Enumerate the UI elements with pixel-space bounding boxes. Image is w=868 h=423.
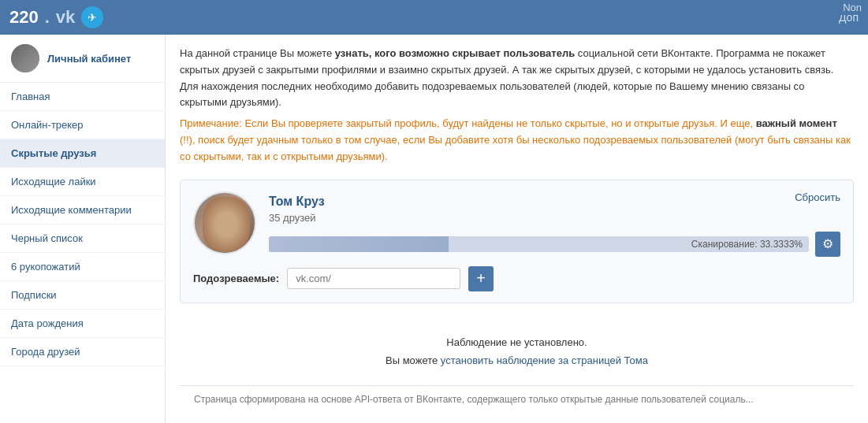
gear-button[interactable]: ⚙ <box>815 232 840 257</box>
profile-card: Сбросить Том Круз 35 друзей Сканирование… <box>180 180 854 303</box>
logo-dot: . <box>45 7 50 28</box>
non-button[interactable]: Non <box>836 0 868 15</box>
sidebar-username: Личный кабинет <box>47 53 131 65</box>
logo-220: 220 <box>9 7 39 28</box>
add-suspect-button[interactable]: + <box>468 266 494 291</box>
sidebar-item-hidden-friends[interactable]: Скрытые друзья <box>0 139 165 168</box>
progress-bar-fill <box>269 236 449 252</box>
sidebar-menu: Главная Онлайн-трекер Скрытые друзья Исх… <box>0 83 165 366</box>
sidebar-item-subscriptions[interactable]: Подписки <box>0 281 165 310</box>
logo-vk: vk <box>56 7 75 28</box>
profile-photo <box>193 191 256 254</box>
avatar <box>11 44 39 72</box>
sidebar-user[interactable]: Личный кабинет <box>0 35 165 83</box>
sidebar-item-blacklist[interactable]: Черный список <box>0 224 165 253</box>
sidebar: Личный кабинет Главная Онлайн-трекер Скр… <box>0 35 166 423</box>
reset-link[interactable]: Сбросить <box>795 191 840 203</box>
observation-link[interactable]: установить наблюдение за страницей Тома <box>441 354 648 366</box>
info-text-1: На данной странице Вы можете <box>180 47 335 59</box>
info-note-bold: важный момент <box>756 117 837 129</box>
info-bold-1: узнать, кого возможно скрывает пользоват… <box>335 47 575 59</box>
progress-bar: Сканирование: 33.3333% <box>269 236 809 252</box>
sidebar-item-birthday[interactable]: Дата рождения <box>0 310 165 338</box>
info-note-text: Если Вы проверяете закрытый профиль, буд… <box>242 117 756 129</box>
main-content: На данной странице Вы можете узнать, ког… <box>166 35 868 423</box>
info-block: На данной странице Вы можете узнать, ког… <box>180 46 854 165</box>
profile-photo-inner <box>195 193 255 253</box>
header: 220.vk ✈ Доп <box>0 0 868 35</box>
profile-name: Том Круз <box>269 195 840 209</box>
logo-area: 220.vk ✈ <box>9 6 103 28</box>
suspects-label: Подозреваемые: <box>193 273 279 284</box>
observation-block: Наблюдение не установлено. Вы можете уст… <box>180 317 854 386</box>
observation-line2: Вы можете установить наблюдение за стран… <box>188 351 846 369</box>
sidebar-item-outgoing-comments[interactable]: Исходящие комментарии <box>0 196 165 224</box>
sidebar-item-cities[interactable]: Города друзей <box>0 338 165 366</box>
observation-pre-text: Вы можете <box>386 354 441 366</box>
suspects-input[interactable] <box>287 268 460 289</box>
sidebar-item-outgoing-likes[interactable]: Исходящие лайки <box>0 168 165 196</box>
profile-info: Том Круз 35 друзей Сканирование: 33.3333… <box>269 191 840 257</box>
observation-line1: Наблюдение не установлено. <box>188 333 846 351</box>
progress-label: Сканирование: 33.3333% <box>691 236 803 252</box>
profile-friends: 35 друзей <box>269 212 840 224</box>
telegram-icon[interactable]: ✈ <box>81 6 103 28</box>
profile-top: Том Круз 35 друзей Сканирование: 33.3333… <box>193 191 840 257</box>
page-footer: Страница сформирована на основе API-отве… <box>180 385 854 413</box>
info-note-text2: (!!), поиск будет удачным только в том с… <box>180 134 851 162</box>
info-note-label: Примечание: <box>180 117 242 129</box>
scan-row: Сканирование: 33.3333% ⚙ <box>269 232 840 257</box>
sidebar-item-6-handshakes[interactable]: 6 рукопожатий <box>0 253 165 281</box>
suspects-row: Подозреваемые: + <box>193 266 840 291</box>
sidebar-item-home[interactable]: Главная <box>0 83 165 111</box>
sidebar-item-online-tracker[interactable]: Онлайн-трекер <box>0 111 165 139</box>
main-layout: Личный кабинет Главная Онлайн-трекер Скр… <box>0 35 868 423</box>
